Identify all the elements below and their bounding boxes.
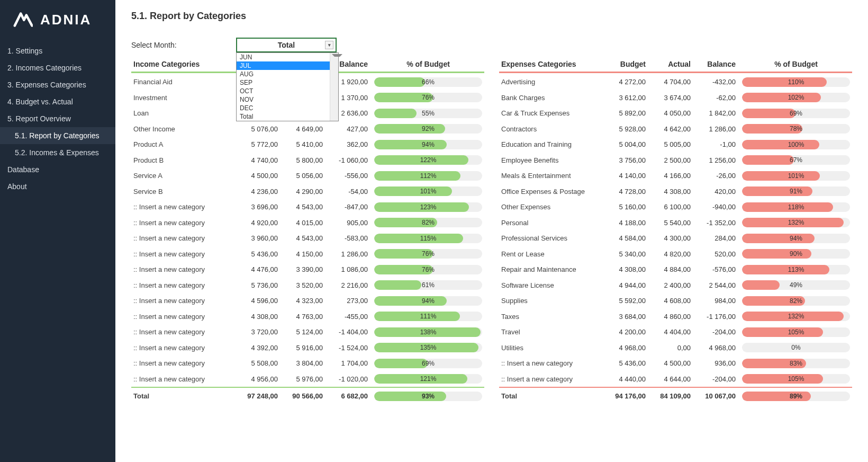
dropdown-option[interactable]: DEC bbox=[237, 104, 338, 112]
table-row: :: Insert a new category4 476,003 390,00… bbox=[131, 262, 484, 278]
cell-pct: 67% bbox=[740, 155, 852, 165]
cell-budget: 4 308,00 bbox=[605, 265, 650, 273]
cell-pct: 94% bbox=[740, 234, 852, 243]
sidebar-item[interactable]: About bbox=[0, 178, 115, 195]
cell-name: :: Insert a new category bbox=[131, 375, 237, 383]
cell-actual: 4 300,00 bbox=[650, 234, 695, 242]
cell-balance: -1 060,00 bbox=[327, 156, 372, 164]
cell-name: Travel bbox=[499, 328, 605, 336]
sidebar-item[interactable]: 5. Report Overview bbox=[0, 110, 115, 127]
table-row: Employee Benefits3 756,002 500,001 256,0… bbox=[499, 153, 852, 168]
cell-pct: 138% bbox=[372, 327, 484, 337]
cell-name: Service A bbox=[131, 172, 237, 180]
dropdown-option[interactable]: AUG bbox=[237, 70, 338, 78]
table-row: Other Expenses5 160,006 100,00-940,00118… bbox=[499, 199, 852, 215]
cell-name: :: Insert a new category bbox=[131, 219, 237, 227]
expense-total-row: Total 94 176,00 84 109,00 10 067,00 89% bbox=[499, 387, 852, 403]
table-row: Service B4 236,004 290,00-54,00101% bbox=[131, 184, 484, 200]
cell-balance: -204,00 bbox=[695, 375, 740, 383]
cell-budget: 3 684,00 bbox=[605, 313, 650, 321]
sidebar-item[interactable]: Database bbox=[0, 161, 115, 178]
sidebar-item[interactable]: 2. Incomes Categories bbox=[0, 59, 115, 76]
cell-pct: 113% bbox=[740, 265, 852, 274]
cell-actual: 4 608,00 bbox=[650, 297, 695, 305]
cell-pct: 55% bbox=[372, 109, 484, 118]
dropdown-option[interactable]: JUN bbox=[237, 53, 338, 61]
cell-actual: 2 500,00 bbox=[650, 156, 695, 164]
cell-name: Professional Services bbox=[499, 234, 605, 242]
sidebar-item[interactable]: 3. Expenses Categories bbox=[0, 76, 115, 93]
total-budget: 97 248,00 bbox=[237, 392, 282, 400]
cell-balance: 2 544,00 bbox=[695, 281, 740, 289]
cell-actual: 4 166,00 bbox=[650, 172, 695, 180]
cell-actual: 3 520,00 bbox=[282, 281, 327, 289]
sidebar-item[interactable]: 5.2. Incomes & Expenses bbox=[0, 144, 115, 161]
col-pct: % of Budget bbox=[372, 60, 484, 68]
income-total-row: Total 97 248,00 90 566,00 6 682,00 93% bbox=[131, 387, 484, 403]
cell-balance: 936,00 bbox=[695, 359, 740, 367]
cell-balance: 427,00 bbox=[327, 125, 372, 133]
cell-actual: 5 005,00 bbox=[650, 140, 695, 148]
cell-balance: -62,00 bbox=[695, 94, 740, 102]
cell-name: Advertising bbox=[499, 78, 605, 86]
cell-pct: 110% bbox=[740, 77, 852, 87]
total-actual: 84 109,00 bbox=[650, 392, 695, 400]
main: 5.1. Report by Categories Select Month: … bbox=[115, 0, 868, 462]
dropdown-option[interactable]: JUL bbox=[237, 61, 338, 70]
cell-pct: 115% bbox=[372, 234, 484, 243]
cell-pct: 101% bbox=[372, 186, 484, 196]
chevron-down-icon[interactable]: ▾ bbox=[325, 41, 333, 49]
cell-budget: 4 956,00 bbox=[237, 375, 282, 383]
cell-actual: 3 674,00 bbox=[650, 94, 695, 102]
select-row: Select Month: Total ▾ JUNJULAUGSEPOCTNOV… bbox=[131, 38, 852, 52]
total-label: Total bbox=[131, 392, 237, 400]
cell-pct: 102% bbox=[740, 93, 852, 102]
cell-balance: -1 524,00 bbox=[327, 344, 372, 352]
expense-header: Expenses Categories Budget Actual Balanc… bbox=[499, 60, 852, 73]
cell-balance: 520,00 bbox=[695, 250, 740, 258]
cell-budget: 5 436,00 bbox=[237, 250, 282, 258]
table-row: Travel4 200,004 404,00-204,00105% bbox=[499, 324, 852, 340]
total-balance: 6 682,00 bbox=[327, 392, 372, 400]
cell-name: :: Insert a new category bbox=[131, 250, 237, 258]
table-row: :: Insert a new category3 960,004 543,00… bbox=[131, 230, 484, 246]
cell-actual: 4 704,00 bbox=[650, 78, 695, 86]
scrollbar[interactable] bbox=[330, 53, 338, 121]
col-category: Income Categories bbox=[131, 60, 237, 68]
cell-actual: 4 015,00 bbox=[282, 219, 327, 227]
cell-budget: 5 736,00 bbox=[237, 281, 282, 289]
sidebar-item[interactable]: 1. Settings bbox=[0, 42, 115, 59]
cell-balance: 1 704,00 bbox=[327, 359, 372, 367]
cell-actual: 4 500,00 bbox=[650, 359, 695, 367]
table-row: Meals & Entertainment4 140,004 166,00-26… bbox=[499, 168, 852, 184]
table-row: :: Insert a new category5 436,004 500,00… bbox=[499, 356, 852, 371]
cell-pct: 69% bbox=[740, 109, 852, 118]
table-row: Personal4 188,005 540,00-1 352,00132% bbox=[499, 215, 852, 231]
sidebar-item[interactable]: 5.1. Report by Categories bbox=[0, 127, 115, 144]
col-budget: Budget bbox=[605, 60, 650, 68]
month-select[interactable]: Total ▾ JUNJULAUGSEPOCTNOVDECTotal bbox=[236, 38, 337, 52]
sidebar-item[interactable]: 4. Budget vs. Actual bbox=[0, 93, 115, 110]
cell-actual: 5 124,00 bbox=[282, 328, 327, 336]
dropdown-option[interactable]: OCT bbox=[237, 87, 338, 95]
table-row: :: Insert a new category4 596,004 323,00… bbox=[131, 293, 484, 309]
dropdown-option[interactable]: Total bbox=[237, 112, 338, 121]
cell-budget: 5 928,00 bbox=[605, 125, 650, 133]
cell-balance: -26,00 bbox=[695, 172, 740, 180]
dropdown-option[interactable]: NOV bbox=[237, 95, 338, 104]
table-row: :: Insert a new category5 508,003 804,00… bbox=[131, 356, 484, 371]
cell-budget: 3 960,00 bbox=[237, 234, 282, 242]
col-category: Expenses Categories bbox=[499, 60, 605, 68]
dropdown-option[interactable]: SEP bbox=[237, 78, 338, 87]
cell-pct: 0% bbox=[740, 343, 852, 352]
select-month-label: Select Month: bbox=[131, 41, 236, 49]
cell-pct: 61% bbox=[372, 280, 484, 290]
cell-actual: 4 644,00 bbox=[650, 375, 695, 383]
cell-budget: 5 076,00 bbox=[237, 125, 282, 133]
cell-pct: 49% bbox=[740, 280, 852, 290]
cell-actual: 5 410,00 bbox=[282, 140, 327, 148]
table-row: Office Expenses & Postage4 728,004 308,0… bbox=[499, 184, 852, 200]
cell-pct: 132% bbox=[740, 218, 852, 227]
cell-name: :: Insert a new category bbox=[131, 359, 237, 367]
cell-balance: -940,00 bbox=[695, 203, 740, 211]
